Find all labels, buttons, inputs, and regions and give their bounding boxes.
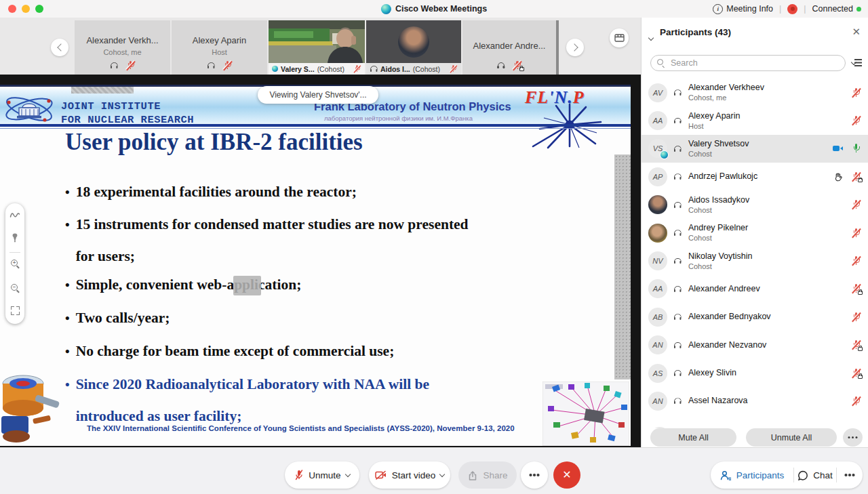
camera-on-icon[interactable] [833,145,843,152]
sort-participants-icon[interactable] [852,58,862,67]
mic-muted-icon[interactable] [852,228,861,238]
leave-meeting-button[interactable]: ✕ [553,461,580,489]
headset-icon [673,145,682,152]
bullet-text: for users; [76,241,469,272]
participant-row[interactable]: AS Alexey Slivin [642,359,868,387]
headset-icon [673,258,682,264]
avatar: VS [648,139,667,158]
video-tile[interactable]: Alexander Verkh... Cohost, me [75,20,170,75]
filmstrip-next-button[interactable] [566,39,584,56]
participant-row-selected[interactable]: VS Valery ShvetsovCohost [642,135,868,163]
participants-panel: Participants (43) ✕ AV Alexander Verkhee… [641,18,868,447]
mic-muted-icon[interactable] [852,396,861,406]
participants-toggle-button[interactable]: Participants [711,461,793,489]
close-panel-button[interactable]: ✕ [852,26,861,38]
slide-bullet: • Since 2020 Radioanalytical Laboratory … [65,369,429,432]
share-button[interactable]: Share [458,461,517,489]
participant-row[interactable]: AN Alexander Nezvanov [642,331,868,359]
mic-muted-locked-icon[interactable] [852,284,861,294]
avatar: AN [648,392,667,411]
annotation-toolbar: + − [5,203,24,324]
mic-on-icon[interactable] [852,144,861,154]
pointer-button[interactable] [5,233,24,243]
filmstrip-prev-button[interactable] [51,39,68,56]
bullet-text: Two calls/year; [76,302,170,334]
mic-muted-icon[interactable] [852,87,861,98]
participant-row[interactable]: Aidos IssadykovCohost [642,191,868,219]
minimize-window-button[interactable] [22,5,30,13]
collapse-panel-button[interactable] [649,30,653,43]
slide-bullet: • 18 experimental facilities around the … [65,176,357,208]
close-window-button[interactable] [8,5,16,13]
more-icon [852,436,854,439]
zoom-in-button[interactable]: + [5,259,24,268]
more-options-button[interactable] [521,461,548,489]
participant-search[interactable] [650,55,846,71]
pointer-icon [11,233,19,243]
more-panels-button[interactable] [837,461,863,489]
raised-hand-icon [833,172,843,182]
headset-icon [673,89,682,96]
zoom-out-icon: − [10,283,20,293]
recording-indicator-icon[interactable] [787,4,797,14]
search-icon [657,59,665,67]
annotate-icon [9,210,20,219]
partial-video-tile [556,20,559,75]
participant-row[interactable]: Andrey PikelnerCohost [642,219,868,247]
unmute-all-button[interactable]: Unmute All [746,428,837,447]
fit-screen-button[interactable] [5,306,24,315]
mic-muted-locked-icon[interactable] [852,340,861,350]
chat-icon [797,470,808,480]
mic-muted-icon[interactable] [852,312,861,322]
unmute-button[interactable]: Unmute [285,461,359,489]
participant-name: Alexey Slivin [688,368,846,378]
mic-muted-locked-icon[interactable] [852,171,861,182]
chat-toggle-button[interactable]: Chat [794,461,836,489]
video-tile[interactable]: Alexey Aparin Host [172,20,267,75]
mic-muted-icon[interactable] [852,256,861,266]
participant-name: Alexander Andreev [688,284,846,294]
headset-icon [207,62,215,69]
participant-row[interactable]: AP Andrzej Pawlukojc [642,163,868,190]
slide-footer: The XXIV International Scientific Confer… [87,424,515,432]
zoom-out-button[interactable]: − [5,283,24,293]
mic-muted-icon[interactable] [852,116,861,126]
start-video-label: Start video [392,470,436,480]
more-participant-actions-button[interactable] [843,428,863,447]
filmstrip-layout-icon [614,34,625,42]
video-tile[interactable]: Aidos I... (Cohost) [366,20,461,75]
connection-status: Connected [812,4,861,14]
tile-name: Alexander Andre... [462,41,556,51]
divider: | [804,4,806,14]
search-input[interactable] [669,58,839,68]
participant-row[interactable]: AN Assel Nazarova [642,387,868,415]
annotate-button[interactable] [5,210,24,219]
participant-row[interactable]: AB Alexander Bednyakov [642,303,868,331]
headset-icon [673,370,682,377]
viewing-banner[interactable]: Viewing Valery Shvetsov'... [258,86,378,104]
video-filmstrip: Alexander Verkh... Cohost, me Alexey Apa… [0,18,641,75]
participant-row[interactable]: AA Alexander Andreev [642,275,868,303]
participant-row[interactable]: AA Alexey AparinHost [642,106,868,134]
mic-muted-icon[interactable] [852,200,861,210]
participant-row[interactable]: NV Nikolay VoytishinCohost [642,247,868,274]
avatar-initials: AN [652,341,663,349]
video-tile[interactable]: Alexander Andre... [462,20,556,75]
viewing-label: Viewing Valery Shvetsov'... [269,90,366,100]
video-tile-active-speaker[interactable]: Valery S... (Cohost) [269,20,365,75]
fit-screen-icon [11,306,20,315]
start-video-button[interactable]: Start video [369,461,450,489]
mute-all-button[interactable]: Mute All [650,428,736,447]
participant-name: Alexander Nezvanov [688,340,846,350]
remote-cursor [233,276,261,295]
app-title: Cisco Webex Meetings [381,0,487,18]
tile-name: Alexander Verkh... [75,35,170,45]
tile-name: Alexey Aparin [172,35,267,45]
layout-button[interactable] [610,28,629,47]
bullet-dot: • [65,302,70,334]
zoom-window-button[interactable] [35,5,43,13]
meeting-info-button[interactable]: i Meeting Info [713,4,773,14]
avatar: NV [648,251,667,270]
participant-row[interactable]: AV Alexander VerkheevCohost, me [642,79,868,106]
mic-muted-locked-icon[interactable] [852,368,861,378]
